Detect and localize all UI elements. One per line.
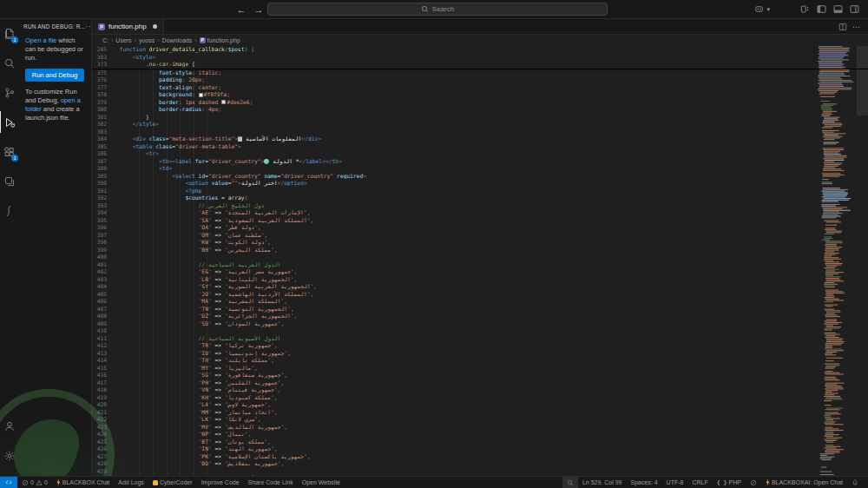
- line-number[interactable]: 419: [92, 394, 113, 402]
- status-cybercoder[interactable]: CyberCoder: [148, 477, 197, 488]
- activity-source-control-icon[interactable]: [0, 82, 18, 103]
- code-line[interactable]: 388 <td>: [92, 165, 868, 173]
- code-line[interactable]: 397 'OM' => 'سلطنة عمان',: [92, 232, 868, 240]
- forward-arrow-icon[interactable]: →: [250, 4, 267, 15]
- line-number[interactable]: 414: [92, 357, 113, 365]
- line-number[interactable]: 415: [92, 365, 113, 373]
- activity-run-and-debug-icon[interactable]: [0, 111, 18, 133]
- line-number[interactable]: 391: [92, 188, 113, 195]
- line-number[interactable]: 416: [92, 372, 113, 379]
- code-line[interactable]: 404 'SY' => 'الجمهورية العربية السورية',: [92, 283, 868, 291]
- code-line[interactable]: 407 'TN' => 'الجمهورية التونسية',: [92, 306, 868, 313]
- line-number[interactable]: 425: [92, 439, 113, 446]
- code-line[interactable]: 385 <table class="driver-meta-table">: [92, 143, 868, 151]
- split-editor-icon[interactable]: [838, 19, 847, 35]
- customize-layout-icon[interactable]: [798, 3, 812, 16]
- line-number[interactable]: 397: [92, 232, 113, 240]
- toggle-sidebar-icon[interactable]: [814, 3, 828, 16]
- code-line[interactable]: 417 'PH' => 'جمهورية الفلبين',: [92, 379, 868, 387]
- status-blackboxai-open-chat[interactable]: BLACKBOXAI: Open Chat: [761, 477, 847, 488]
- code-line[interactable]: 415 'MY' => 'ماليزيا',: [92, 365, 868, 373]
- code-line[interactable]: 402 'EG' => 'جمهورية مصر العربية',: [92, 268, 868, 276]
- status-improve-code[interactable]: Improve Code: [197, 477, 244, 488]
- status-eol[interactable]: CRLF: [687, 477, 712, 488]
- line-number[interactable]: 387: [92, 158, 113, 166]
- copilot-icon[interactable]: [752, 3, 766, 16]
- line-number[interactable]: 408: [92, 313, 113, 320]
- code-line[interactable]: 373 .no-car-image {: [92, 61, 814, 69]
- line-number[interactable]: 417: [92, 379, 113, 387]
- code-line[interactable]: 418 'VN' => 'جمهورية فيتنام',: [92, 386, 868, 394]
- sidebar-link[interactable]: Open a file: [25, 36, 56, 44]
- code-line[interactable]: 409 'SD' => 'جمهورية السودان',: [92, 320, 868, 328]
- status-zoom-search[interactable]: [562, 477, 578, 488]
- code-line[interactable]: 394 'AE' => 'الإمارات العربية المتحدة',: [92, 209, 868, 217]
- editor-content[interactable]: 285 function driver_details_callback($po…: [92, 46, 868, 476]
- line-number[interactable]: 429: [92, 468, 113, 476]
- line-number[interactable]: 426: [92, 445, 113, 453]
- code-line[interactable]: 403 'LB' => 'الجمهورية اللبنانية',: [92, 276, 868, 284]
- breadcrumb-item[interactable]: Downloads: [162, 37, 193, 43]
- status-cursor-position[interactable]: Ln 529, Col 99: [578, 477, 627, 488]
- code-line[interactable]: 398 'KW' => 'دولة الكويت',: [92, 239, 868, 247]
- modified-dot-icon[interactable]: [153, 24, 157, 29]
- code-line[interactable]: 390 <option value="">اختر الدولة</option…: [92, 180, 868, 188]
- breadcrumb-item[interactable]: Pfunction.php: [200, 37, 240, 43]
- code-line[interactable]: 408 'DZ' => 'الجمهورية الجزائرية',: [92, 313, 868, 320]
- code-line[interactable]: 420 'LA' => 'جمهورية لاوس',: [92, 401, 868, 409]
- activity-blackbox-ai-icon[interactable]: [0, 200, 18, 221]
- code-line[interactable]: 401 // الدول العربية السياحية: [92, 261, 868, 269]
- code-line[interactable]: 400: [92, 254, 868, 261]
- status-do-not-disturb[interactable]: [746, 477, 761, 488]
- more-actions-icon[interactable]: ···: [86, 23, 91, 30]
- status-blackbox-chat[interactable]: BLACKBOX Chat: [52, 477, 114, 488]
- status-remote[interactable]: [0, 477, 17, 488]
- line-number[interactable]: 386: [92, 150, 113, 158]
- line-number[interactable]: 428: [92, 460, 113, 468]
- status-problems[interactable]: 00: [17, 477, 52, 488]
- status-indentation[interactable]: Spaces: 4: [626, 477, 661, 488]
- line-number[interactable]: 422: [92, 416, 113, 424]
- code-line[interactable]: 422 'LK' => 'سري لانكا',: [92, 416, 868, 424]
- line-number[interactable]: 376: [92, 76, 113, 84]
- line-number[interactable]: 395: [92, 217, 113, 225]
- code-line[interactable]: 419 'KH' => 'مملكة كمبوديا',: [92, 394, 868, 402]
- back-arrow-icon[interactable]: ←: [233, 4, 250, 15]
- line-number[interactable]: 421: [92, 409, 113, 417]
- line-number[interactable]: 399: [92, 247, 113, 254]
- line-number[interactable]: 380: [92, 106, 113, 114]
- breadcrumb-item[interactable]: yuoss: [139, 37, 155, 43]
- code-line[interactable]: 376 padding: 20px;: [92, 76, 868, 84]
- code-line[interactable]: 416 'SG' => 'جمهورية سنغافورة',: [92, 372, 868, 379]
- code-line[interactable]: 379 border: 1px dashed #dee2e6;: [92, 99, 868, 107]
- breadcrumb-item[interactable]: Users: [115, 37, 131, 43]
- line-number[interactable]: 402: [92, 268, 113, 276]
- line-number[interactable]: 401: [92, 261, 113, 269]
- activity-remote-explorer-icon[interactable]: [0, 170, 18, 192]
- line-number[interactable]: 406: [92, 298, 113, 306]
- tab-function-php[interactable]: P function.php: [92, 19, 164, 34]
- line-number[interactable]: 403: [92, 276, 113, 284]
- minimap[interactable]: [816, 46, 856, 476]
- code-line[interactable]: 285 function driver_details_callback($po…: [92, 46, 814, 54]
- code-line[interactable]: 410: [92, 327, 868, 335]
- line-number[interactable]: 393: [92, 202, 113, 210]
- more-actions-icon[interactable]: ⋯: [852, 23, 861, 31]
- line-number[interactable]: 413: [92, 350, 113, 358]
- line-number[interactable]: 382: [92, 121, 113, 129]
- toggle-panel-icon[interactable]: [831, 3, 845, 16]
- activity-explorer-icon[interactable]: 1: [0, 23, 18, 44]
- code-area[interactable]: 375 font-style: italic;376 padding: 20px…: [92, 69, 868, 477]
- status-open-website[interactable]: Open Website: [298, 477, 345, 488]
- code-line[interactable]: 412 'TR' => 'جمهورية تركيا',: [92, 342, 868, 350]
- line-number[interactable]: 409: [92, 320, 113, 328]
- line-number[interactable]: 383: [92, 129, 113, 136]
- code-line[interactable]: 392 $countries = array(: [92, 195, 868, 202]
- code-line[interactable]: 384 <div class="meta-section-title"> الم…: [92, 135, 868, 143]
- line-number[interactable]: 407: [92, 306, 113, 313]
- line-number[interactable]: 378: [92, 91, 113, 99]
- line-number[interactable]: 410: [92, 327, 113, 335]
- code-line[interactable]: 375 font-style: italic;: [92, 69, 868, 77]
- code-line[interactable]: 413 'ID' => 'جمهورية إندونيسيا',: [92, 350, 868, 358]
- code-line[interactable]: 380 border-radius: 4px;: [92, 106, 868, 114]
